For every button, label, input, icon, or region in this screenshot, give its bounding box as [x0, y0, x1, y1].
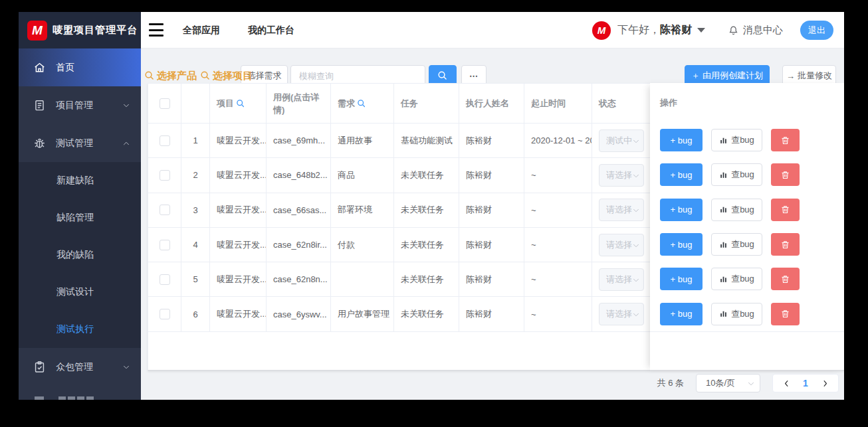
period-cell: ~ [524, 228, 592, 262]
bug-icon [33, 137, 46, 149]
period-cell: ~ [524, 262, 592, 296]
chevron-down-icon [122, 102, 130, 110]
sidebar: 首页 项目管理 测试管理 新建缺陷 缺陷管理 我的缺陷 测试设计 测试执行 众包… [19, 48, 141, 400]
add-bug-button[interactable]: + bug [660, 268, 703, 290]
status-select[interactable]: 测试中 [599, 129, 644, 152]
sidebar-item-project-mgmt[interactable]: 项目管理 [19, 86, 141, 124]
sidebar-subitem-test-design[interactable]: 测试设计 [19, 274, 141, 311]
view-bug-button[interactable]: 查bug [711, 129, 762, 151]
sidebar-item-clipped[interactable] [19, 395, 141, 400]
executor-cell: 陈裕财 [459, 297, 524, 331]
view-bug-button[interactable]: 查bug [711, 199, 762, 221]
delete-button[interactable] [771, 233, 800, 256]
search-icon[interactable] [357, 99, 366, 108]
bar-chart-icon [719, 275, 728, 284]
bar-chart-icon [719, 205, 728, 214]
chevron-right-icon [821, 379, 829, 388]
sidebar-item-home[interactable]: 首页 [19, 48, 141, 86]
nav-my-workbench[interactable]: 我的工作台 [248, 25, 294, 37]
view-bug-button[interactable]: 查bug [711, 233, 762, 256]
status-select-value: 请选择 [606, 169, 632, 181]
page-size-select[interactable]: 10条/页 [696, 374, 760, 392]
add-bug-button[interactable]: + bug [660, 199, 703, 221]
menu-collapse-icon[interactable] [149, 23, 163, 37]
status-select[interactable]: 请选择 [599, 303, 644, 325]
user-dropdown-caret-icon[interactable] [697, 28, 705, 33]
row-checkbox[interactable] [160, 274, 170, 285]
message-center[interactable]: 消息中心 [728, 24, 783, 37]
next-page-button[interactable] [815, 375, 834, 392]
delete-button[interactable] [771, 163, 800, 186]
user-greeting[interactable]: 下午好，陈裕财 [617, 23, 692, 37]
sidebar-subitem-defect-mgmt[interactable]: 缺陷管理 [19, 199, 141, 236]
row-checkbox[interactable] [160, 170, 170, 181]
select-product-link[interactable]: 选择产品 [144, 70, 197, 82]
delete-button[interactable] [771, 268, 800, 290]
status-select[interactable]: 请选择 [599, 234, 644, 256]
case-cell[interactable]: case_62n8n... [267, 262, 331, 296]
row-checkbox[interactable] [160, 240, 170, 250]
select-project-link[interactable]: 选择项目 [200, 70, 253, 82]
period-cell: ~ [524, 193, 592, 227]
page-number[interactable]: 1 [796, 378, 815, 388]
search-icon [200, 70, 211, 81]
sidebar-item-label: 众包管理 [56, 361, 93, 373]
actions-header: 操作 [650, 83, 844, 123]
sidebar-subitem-test-execution[interactable]: 测试执行 [19, 311, 141, 348]
row-checkbox[interactable] [160, 205, 170, 215]
search-icon[interactable] [236, 99, 245, 108]
status-select[interactable]: 请选择 [599, 268, 644, 291]
nav-all-apps[interactable]: 全部应用 [183, 25, 220, 37]
sidebar-item-test-mgmt[interactable]: 测试管理 [19, 124, 141, 162]
status-select[interactable]: 请选择 [599, 164, 644, 187]
add-bug-button[interactable]: + bug [660, 129, 703, 151]
sidebar-item-crowdsourcing[interactable]: 众包管理 [19, 348, 141, 386]
sidebar-subitem-new-defect[interactable]: 新建缺陷 [19, 162, 141, 199]
add-bug-button[interactable]: + bug [660, 303, 703, 325]
bar-chart-icon [719, 171, 728, 179]
page-size-value: 10条/页 [706, 377, 735, 389]
action-row: + bug 查bug [650, 262, 844, 296]
project-cell: 唛盟云开发... [210, 262, 267, 296]
period-header: 起止时间 [524, 84, 592, 123]
sidebar-item-label: 首页 [56, 62, 74, 74]
row-checkbox[interactable] [160, 135, 170, 146]
add-bug-button[interactable]: + bug [660, 163, 703, 186]
sidebar-item-label: 项目管理 [56, 100, 93, 112]
row-checkbox[interactable] [160, 309, 170, 319]
case-cell[interactable]: case_66sas... [267, 193, 331, 227]
chevron-down-icon [632, 172, 640, 180]
logout-button[interactable]: 退出 [800, 21, 833, 40]
view-bug-button[interactable]: 查bug [711, 303, 762, 325]
delete-button[interactable] [771, 129, 800, 151]
delete-button[interactable] [771, 303, 800, 325]
requirement-cell [331, 262, 394, 296]
case-cell[interactable]: case_69mh... [267, 124, 331, 157]
view-bug-button[interactable]: 查bug [711, 163, 762, 186]
bar-chart-icon [719, 136, 728, 145]
case-cell[interactable]: case_648b2... [267, 158, 331, 192]
row-index: 3 [181, 193, 210, 227]
delete-button[interactable] [771, 199, 800, 221]
add-bug-button[interactable]: + bug [660, 233, 703, 256]
view-bug-label: 查bug [731, 308, 754, 320]
select-all-checkbox[interactable] [160, 98, 170, 109]
sidebar-subitem-my-defects[interactable]: 我的缺陷 [19, 236, 141, 274]
clipboard-icon [33, 361, 46, 373]
chevron-down-icon [632, 207, 640, 214]
executor-cell: 陈裕财 [459, 124, 524, 157]
project-cell: 唛盟云开发... [210, 297, 267, 331]
header-nav: 全部应用 我的工作台 [183, 12, 294, 48]
avatar[interactable]: M [592, 21, 611, 40]
case-cell[interactable]: case_6yswv... [267, 297, 331, 331]
view-bug-button[interactable]: 查bug [711, 268, 762, 290]
case-cell[interactable]: case_62n8ir... [267, 228, 331, 262]
index-header [181, 84, 210, 123]
project-cell: 唛盟云开发... [210, 193, 267, 227]
prev-page-button[interactable] [777, 375, 796, 392]
create-plan-label: 由用例创建计划 [703, 70, 763, 82]
view-bug-label: 查bug [731, 238, 754, 250]
status-select[interactable]: 请选择 [599, 199, 644, 221]
task-cell: 未关联任务 [394, 297, 459, 331]
trash-icon [780, 309, 790, 319]
